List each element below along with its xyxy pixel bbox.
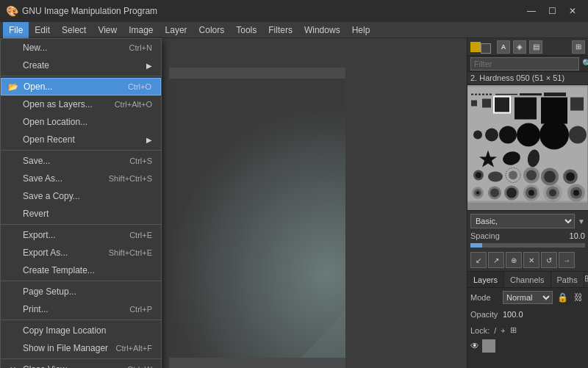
opacity-label: Opacity xyxy=(470,310,500,319)
brush-controls: Basic, ▼ Spacing 10.0 ↙ ↗ ⊕ ✕ ↺ → xyxy=(467,210,588,271)
menu-revert[interactable]: Revert xyxy=(1,205,161,223)
menu-item-layer[interactable]: Layer xyxy=(159,22,193,38)
spacing-row: Spacing 10.0 xyxy=(470,231,585,240)
svg-point-47 xyxy=(573,190,579,196)
menu-item-select[interactable]: Select xyxy=(56,22,92,38)
layer-visibility-icon[interactable]: 👁 xyxy=(470,341,479,351)
menu-open-recent[interactable]: Open Recent ▶ xyxy=(1,131,161,148)
brush-tool-4[interactable]: ✕ xyxy=(523,252,539,268)
menu-item-help[interactable]: Help xyxy=(346,22,376,38)
maximize-button[interactable]: ☐ xyxy=(542,4,562,18)
main-area: New... Ctrl+N Create ▶ 📂 Open... Ctrl+O … xyxy=(0,38,588,368)
svg-point-31 xyxy=(566,173,575,181)
lock-icon-plus[interactable]: + xyxy=(501,326,505,335)
brush-grid-svg xyxy=(467,85,587,203)
menu-item-windows[interactable]: Windows xyxy=(298,22,346,38)
menu-open[interactable]: 📂 Open... Ctrl+O xyxy=(1,78,161,95)
menu-create[interactable]: Create ▶ xyxy=(1,57,161,74)
svg-point-14 xyxy=(499,126,517,144)
brush-color-bg[interactable] xyxy=(481,43,491,54)
separator-3 xyxy=(1,224,161,225)
close-view-icon: ✕ xyxy=(7,365,18,369)
menu-item-tools[interactable]: Tools xyxy=(230,22,262,38)
menu-item-file[interactable]: File xyxy=(3,22,29,38)
close-button[interactable]: ✕ xyxy=(563,4,582,18)
menu-save[interactable]: Save... Ctrl+S xyxy=(1,152,161,170)
minimize-button[interactable]: — xyxy=(522,4,541,18)
spacing-label: Spacing xyxy=(470,231,500,240)
menu-item-edit[interactable]: Edit xyxy=(29,22,56,38)
svg-point-23 xyxy=(488,172,503,182)
svg-point-34 xyxy=(476,192,479,195)
brush-type-row: Basic, ▼ xyxy=(470,214,585,228)
menu-new[interactable]: New... Ctrl+N xyxy=(1,39,161,57)
separator-1 xyxy=(1,76,161,76)
menu-export-as[interactable]: Export As... Shift+Ctrl+E xyxy=(1,244,161,261)
svg-rect-6 xyxy=(471,101,477,107)
menu-open-layers[interactable]: Open as Layers... Ctrl+Alt+O xyxy=(1,95,161,113)
lock-icon-slash[interactable]: / xyxy=(494,326,496,335)
brush-tool-5[interactable]: ↺ xyxy=(541,252,557,268)
brushes-header: A ◈ ▤ ⊞ xyxy=(467,38,588,56)
tab-paths[interactable]: Paths xyxy=(551,272,584,287)
lock-icon-grid[interactable]: ⊞ xyxy=(510,325,517,335)
brush-name-label: 2. Hardness 050 (51 × 51) xyxy=(467,72,588,85)
brushes-panel-expand[interactable]: ⊞ xyxy=(572,40,585,54)
brush-type-btn[interactable]: A xyxy=(497,40,510,54)
menu-print[interactable]: Print... Ctrl+P xyxy=(1,300,161,318)
separator-5 xyxy=(1,320,161,320)
svg-point-44 xyxy=(549,190,556,197)
brush-pattern-btn[interactable]: ◈ xyxy=(513,40,526,54)
svg-rect-0 xyxy=(169,79,345,358)
opacity-value: 100.0 xyxy=(503,310,523,319)
separator-6 xyxy=(1,358,161,359)
lock-button[interactable]: 🔒 xyxy=(556,291,569,304)
menu-item-colors[interactable]: Colors xyxy=(193,22,231,38)
lock-icons-row: Lock: / + ⊞ xyxy=(467,324,588,336)
svg-point-17 xyxy=(569,126,587,144)
svg-point-12 xyxy=(473,131,482,140)
svg-rect-11 xyxy=(570,98,584,111)
lock-label: Lock: xyxy=(470,326,490,335)
menu-save-as[interactable]: Save As... Shift+Ctrl+S xyxy=(1,170,161,187)
menu-save-copy[interactable]: Save a Copy... xyxy=(1,187,161,205)
title-bar-text: GNU Image Manipulation Program xyxy=(22,6,522,16)
layer-thumbnail xyxy=(482,339,495,353)
spacing-bar[interactable] xyxy=(470,243,585,248)
chain-button[interactable]: ⛓ xyxy=(572,291,585,304)
svg-point-41 xyxy=(528,190,534,196)
brush-tool-1[interactable]: ↙ xyxy=(470,252,487,268)
menu-item-view[interactable]: View xyxy=(92,22,123,38)
menu-export[interactable]: Export... Ctrl+E xyxy=(1,226,161,244)
menu-item-image[interactable]: Image xyxy=(123,22,159,38)
mode-select[interactable]: Normal xyxy=(503,291,553,304)
brush-type-select[interactable]: Basic, xyxy=(470,214,575,228)
menu-page-setup[interactable]: Page Setup... xyxy=(1,283,161,300)
brush-filter-input[interactable] xyxy=(470,57,579,71)
layers-panel-expand[interactable]: ⊞ xyxy=(584,272,588,285)
canvas-background xyxy=(169,68,345,368)
tab-layers[interactable]: Layers xyxy=(467,272,504,287)
separator-2 xyxy=(1,150,161,151)
layers-tabs: Layers Channels Paths ⊞ xyxy=(467,272,588,288)
filter-icon: 🔍 xyxy=(582,59,588,68)
menu-create-template[interactable]: Create Template... xyxy=(1,261,161,279)
menu-show-file-manager[interactable]: Show in File Manager Ctrl+Alt+F xyxy=(1,339,161,357)
window-controls: — ☐ ✕ xyxy=(522,4,582,18)
mode-row: Mode Normal 🔒 ⛓ xyxy=(470,290,585,305)
brush-tool-2[interactable]: ↗ xyxy=(488,252,504,268)
svg-point-16 xyxy=(539,120,569,150)
menu-copy-location[interactable]: Copy Image Location xyxy=(1,322,161,339)
separator-4 xyxy=(1,281,161,281)
menu-item-filters[interactable]: Filters xyxy=(262,22,298,38)
menu-open-location[interactable]: Open Location... xyxy=(1,113,161,131)
menu-close-view[interactable]: ✕ Close View Ctrl+W xyxy=(1,361,161,368)
tab-channels[interactable]: Channels xyxy=(504,272,551,287)
svg-point-36 xyxy=(490,189,499,198)
svg-point-15 xyxy=(517,123,540,147)
brush-tool-6[interactable]: → xyxy=(559,252,575,268)
svg-rect-10 xyxy=(541,98,567,124)
brush-tool-3[interactable]: ⊕ xyxy=(506,252,522,268)
brush-color-fg[interactable] xyxy=(470,42,481,52)
brush-gradient-btn[interactable]: ▤ xyxy=(529,40,542,54)
